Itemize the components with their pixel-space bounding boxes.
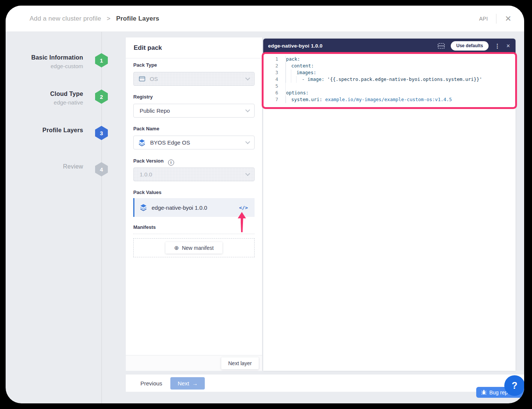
code-line: 7system.uri: example.io/my-images/exampl… (263, 96, 516, 103)
pack-type-value: OS (150, 76, 158, 82)
breadcrumb-root: Add a new cluster profile (30, 15, 101, 22)
step-sublabel: edge-custom (6, 63, 83, 69)
code-line: 2content: (263, 63, 516, 69)
registry-value: Public Repo (140, 107, 170, 114)
editor-close-icon[interactable]: ✕ (506, 43, 510, 48)
manifests-dropzone: ⊕ New manifest (133, 238, 255, 257)
code-line: 6options: (263, 90, 516, 96)
bug-icon (481, 390, 487, 395)
step-label: Basic Information (6, 54, 83, 61)
line-number: 6 (263, 90, 278, 96)
previous-button[interactable]: Previous (140, 380, 162, 387)
pack-name-select[interactable]: BYOS Edge OS (133, 136, 255, 149)
top-header: Add a new cluster profile > Profile Laye… (6, 6, 524, 32)
edit-pack-panel: Edit pack Pack Type OS Registry Public R… (126, 37, 262, 371)
manifests-label: Manifests (133, 224, 156, 230)
wizard-footer: Previous Next → (126, 375, 524, 392)
line-number: 5 (263, 83, 278, 90)
code-line: 3images: (263, 69, 516, 76)
step-badge[interactable]: 2 (95, 90, 108, 104)
code-editor-icon[interactable]: </> (239, 205, 248, 210)
panel-bottom-bar: Next layer (126, 355, 262, 371)
next-button[interactable]: Next → (170, 377, 205, 390)
chevron-down-icon (245, 171, 250, 176)
pack-name-label: Pack Name (133, 126, 159, 131)
pack-value-item: edge-native-byoi 1.0.0 (152, 204, 207, 211)
chevron-down-icon (245, 107, 250, 112)
editor-title: edge-native-byoi 1.0.0 (268, 43, 322, 49)
kebab-menu-icon[interactable]: ⋮ (495, 43, 500, 49)
step-label: Cloud Type (6, 91, 83, 97)
editor-header-actions: Use defaults ⋮ ✕ (438, 41, 510, 51)
new-manifest-label: New manifest (182, 245, 214, 251)
help-button[interactable]: ? (504, 375, 524, 396)
info-icon[interactable]: i (168, 160, 174, 166)
panel-title: Edit pack (134, 44, 162, 52)
pack-type-select: OS (133, 72, 255, 86)
chevron-down-icon (245, 76, 250, 81)
step-badge[interactable]: 1 (95, 53, 108, 67)
pack-version-label: Pack Version i (133, 158, 174, 166)
chevron-down-icon (245, 139, 250, 144)
header-actions: API ✕ (479, 14, 511, 24)
pack-version-value: 1.0.0 (140, 171, 152, 178)
pack-type-label: Pack Type (133, 62, 157, 68)
line-number: 7 (263, 96, 278, 103)
step-label: Profile Layers (6, 127, 83, 134)
bug-report-label: Bug rep (489, 390, 508, 396)
step-texts: Cloud Typeedge-native (6, 91, 83, 106)
new-manifest-button[interactable]: ⊕ New manifest (165, 242, 222, 254)
line-number: 2 (263, 63, 278, 69)
use-defaults-button[interactable]: Use defaults (451, 41, 489, 51)
code-line: 1pack: (263, 56, 516, 63)
next-layer-button[interactable]: Next layer (221, 357, 259, 369)
layers-icon (138, 139, 146, 146)
editor-header: edge-native-byoi 1.0.0 Use defaults ⋮ ✕ (263, 39, 516, 53)
step-texts: Review (6, 163, 83, 170)
registry-label: Registry (133, 94, 153, 100)
code-line: 5 (263, 83, 516, 90)
close-icon[interactable]: ✕ (505, 15, 511, 22)
step-badge[interactable]: 3 (95, 126, 108, 140)
breadcrumb-separator: > (107, 15, 110, 22)
plus-icon: ⊕ (174, 245, 179, 251)
split-view-icon[interactable] (438, 43, 445, 49)
code-line: 4- image: '{{.spectro.pack.edge-native-b… (263, 76, 516, 83)
code-area[interactable]: 1pack:2content:3images:4- image: '{{.spe… (263, 53, 516, 371)
header-divider (496, 14, 496, 24)
step-texts: Profile Layers (6, 127, 83, 134)
panel-divider (126, 58, 262, 58)
pack-value-row[interactable]: edge-native-byoi 1.0.0 </> (133, 198, 255, 217)
yaml-editor-panel: edge-native-byoi 1.0.0 Use defaults ⋮ ✕ … (263, 39, 516, 371)
step-badge[interactable]: 4 (95, 162, 108, 176)
step-sublabel: edge-native (6, 99, 83, 106)
step-label: Review (6, 163, 83, 170)
os-window-icon (139, 76, 145, 82)
pack-version-select: 1.0.0 (133, 167, 255, 181)
breadcrumb: Add a new cluster profile > Profile Laye… (30, 15, 159, 22)
stepper-line (101, 32, 102, 403)
arrow-right-icon: → (192, 380, 198, 387)
line-number: 3 (263, 69, 278, 76)
manifests-divider (133, 234, 255, 234)
registry-select[interactable]: Public Repo (133, 104, 255, 118)
breadcrumb-current: Profile Layers (116, 15, 159, 22)
api-link[interactable]: API (479, 16, 488, 22)
pack-name-value: BYOS Edge OS (150, 139, 190, 146)
app-window: Add a new cluster profile > Profile Laye… (6, 6, 524, 403)
step-texts: Basic Informationedge-custom (6, 54, 83, 69)
line-number: 4 (263, 76, 278, 83)
layers-icon (140, 204, 147, 211)
pack-values-label: Pack Values (133, 190, 161, 195)
line-number: 1 (263, 56, 278, 63)
